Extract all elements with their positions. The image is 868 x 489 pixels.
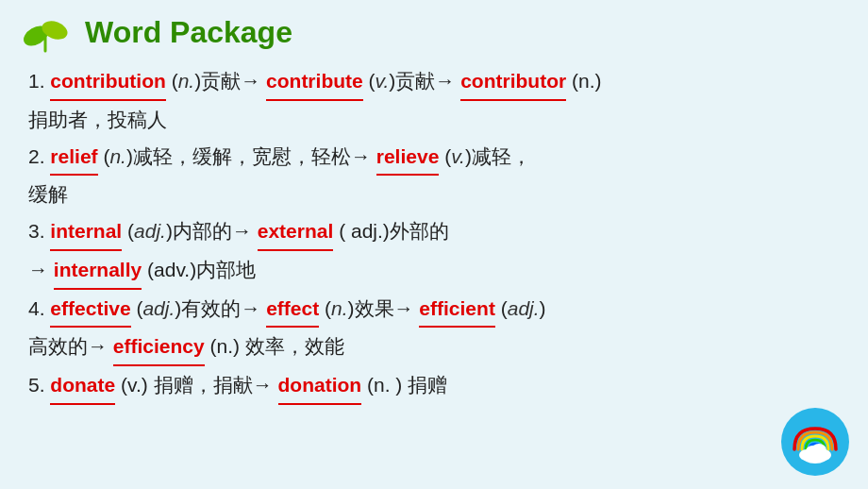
entry-4-pos-3: (adj.) <box>501 297 546 319</box>
entry-5-pos-2: (n. ) 捐赠 <box>367 374 447 396</box>
entry-5-word-1: donate <box>50 368 115 405</box>
entry-3-word-3: internally <box>54 253 142 290</box>
entry-2-pos-1: (n.)减轻，缓解，宽慰，轻松→ <box>103 145 371 167</box>
entry-4-word-3: efficient <box>419 292 495 329</box>
entry-2: 2. relief (n.)减轻，缓解，宽慰，轻松→ relieve (v.)减… <box>28 140 840 177</box>
rainbow-cloud-icon <box>785 412 845 472</box>
entry-5-word-2: donation <box>278 368 362 405</box>
rainbow-badge <box>781 408 849 476</box>
entry-2-cont: 缓解 <box>28 177 840 212</box>
entry-3: 3. internal (adj.)内部的→ external ( adj.)外… <box>28 214 840 251</box>
entry-3-pos-2: ( adj.)外部的 <box>339 220 449 242</box>
entry-1: 1. contribution (n.)贡献→ contribute (v.)贡… <box>28 64 840 101</box>
entry-5-pos-1: (v.) 捐赠，捐献→ <box>121 374 273 396</box>
entry-1-num: 1. <box>28 70 45 92</box>
entry-2-num: 2. <box>28 145 45 167</box>
entry-2-word-2: relieve <box>376 140 440 177</box>
entry-3-line2: → internally (adv.)内部地 <box>28 253 840 290</box>
entry-4-num: 4. <box>28 297 45 319</box>
entry-4-cont: 高效的→ efficiency (n.) 效率，效能 <box>28 329 840 366</box>
entry-1-word-2: contribute <box>266 64 363 101</box>
header: Word Package <box>0 0 868 60</box>
logo-icon <box>19 9 75 55</box>
svg-point-7 <box>811 444 826 457</box>
entry-3-pos-1: (adj.)内部的→ <box>127 220 252 242</box>
entry-4: 4. effective (adj.)有效的→ effect (n.)效果→ e… <box>28 292 840 329</box>
entry-1-word-1: contribution <box>50 64 165 101</box>
entry-3-num: 3. <box>28 220 45 242</box>
entry-4-word-1: effective <box>50 292 130 329</box>
entry-1-pos-1: (n.)贡献→ <box>172 70 261 92</box>
entry-1-word-3: contributor <box>460 64 566 101</box>
entry-1-pos-3: (n.) <box>572 70 602 92</box>
page-title: Word Package <box>85 15 292 50</box>
entry-1-pos-2: (v.)贡献→ <box>369 70 456 92</box>
entry-4-pos-1: (adj.)有效的→ <box>136 297 260 319</box>
entry-4-pos-2: (n.)效果→ <box>325 297 414 319</box>
entry-1-cont: 捐助者，投稿人 <box>28 103 840 138</box>
entry-3-word-2: external <box>258 214 334 251</box>
entry-4-pos-4: (n.) 效率，效能 <box>210 335 344 357</box>
entry-3-word-1: internal <box>50 214 122 251</box>
entry-4-word-2: effect <box>266 292 319 329</box>
entry-4-word-4: efficiency <box>113 329 205 366</box>
entry-5-num: 5. <box>28 374 45 396</box>
entry-3-pos-3: (adv.)内部地 <box>147 259 256 280</box>
entry-5: 5. donate (v.) 捐赠，捐献→ donation (n. ) 捐赠 <box>28 368 840 405</box>
content-area: 1. contribution (n.)贡献→ contribute (v.)贡… <box>0 60 868 416</box>
entry-2-pos-2: (v.)减轻， <box>444 145 531 167</box>
entry-2-word-1: relief <box>50 140 97 177</box>
